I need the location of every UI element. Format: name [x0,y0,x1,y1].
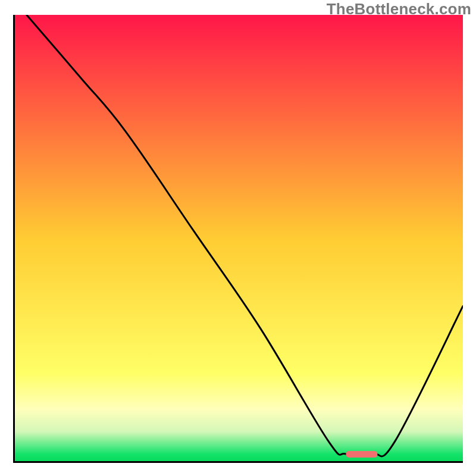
bottleneck-chart [13,15,463,463]
chart-container: TheBottleneck.com [0,0,476,476]
chart-background [13,15,463,463]
optimal-range-marker [346,451,377,458]
